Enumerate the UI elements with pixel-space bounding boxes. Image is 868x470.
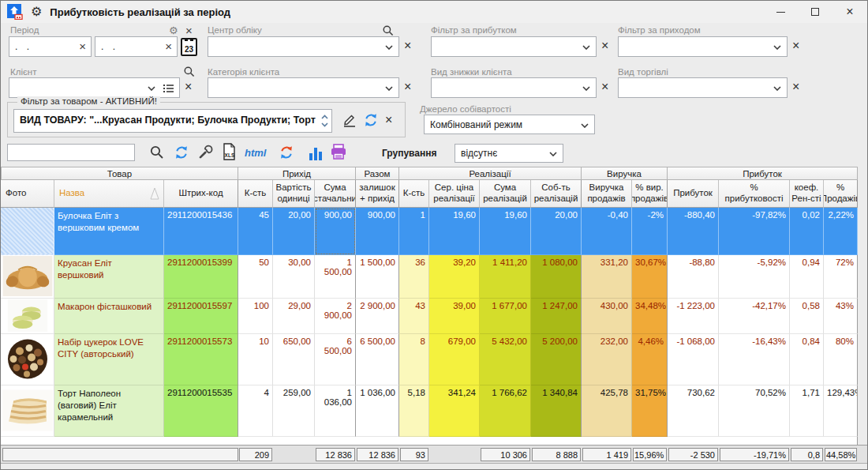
value-cell[interactable]: 30,67%: [632, 255, 668, 299]
value-cell[interactable]: 19,60: [429, 208, 480, 255]
value-cell[interactable]: -1 068,00: [668, 334, 719, 385]
column-group-header[interactable]: Реалізації: [399, 167, 582, 180]
value-cell[interactable]: 259,00: [273, 385, 315, 437]
period-settings-gear-icon[interactable]: ⚙: [169, 25, 178, 36]
barcode-cell[interactable]: 2911200015597: [164, 299, 238, 334]
client-category-combo[interactable]: [208, 77, 399, 98]
value-cell[interactable]: 129,43%: [824, 385, 858, 437]
product-photo-cell[interactable]: [1, 299, 54, 334]
column-header[interactable]: Фото: [1, 180, 54, 208]
period-clear-icon[interactable]: ×: [185, 24, 193, 36]
value-cell[interactable]: 0,02: [790, 208, 824, 255]
date-to-clear-icon[interactable]: ×: [165, 40, 172, 52]
value-cell[interactable]: -0,40: [582, 208, 632, 255]
value-cell[interactable]: 34,48%: [632, 299, 668, 334]
value-cell[interactable]: 0,58: [790, 299, 824, 334]
value-cell[interactable]: 425,78: [582, 385, 632, 437]
product-photo-cell[interactable]: [1, 208, 54, 255]
value-cell[interactable]: -42,17%: [719, 299, 790, 334]
value-cell[interactable]: 20,00: [273, 208, 315, 255]
trade-type-clear-icon[interactable]: ×: [792, 81, 799, 93]
column-header[interactable]: % прибутковості: [719, 180, 790, 208]
value-cell[interactable]: 1 500,00: [356, 255, 399, 299]
value-cell[interactable]: 0,94: [790, 255, 824, 299]
minimize-button[interactable]: [763, 2, 798, 22]
value-cell[interactable]: 430,00: [582, 299, 632, 334]
accounting-center-search-icon[interactable]: [382, 24, 395, 37]
value-cell[interactable]: 900,00: [356, 208, 399, 255]
column-group-header[interactable]: Товар: [1, 167, 238, 180]
value-cell[interactable]: 30,00: [273, 255, 315, 299]
date-from-clear-icon[interactable]: ×: [79, 40, 86, 52]
reload-data-icon[interactable]: [279, 145, 294, 160]
client-combo[interactable]: [9, 77, 180, 98]
date-to-input[interactable]: . . ×: [95, 36, 178, 57]
value-cell[interactable]: 29,00: [273, 299, 315, 334]
maximize-button[interactable]: [798, 2, 832, 22]
value-cell[interactable]: 1 036,00: [356, 385, 399, 437]
date-from-input[interactable]: . . ×: [9, 36, 92, 57]
value-cell[interactable]: 4,46%: [632, 334, 668, 385]
value-cell[interactable]: 232,00: [582, 334, 632, 385]
table-row[interactable]: Круасан Еліт вершковий29112000153995030,…: [1, 255, 858, 299]
value-cell[interactable]: -1 223,00: [668, 299, 719, 334]
value-cell[interactable]: 6 500,00: [315, 334, 356, 385]
column-header[interactable]: К-сть: [238, 180, 273, 208]
spinner-icon[interactable]: [321, 115, 328, 127]
column-header[interactable]: Штрих-код: [164, 180, 238, 208]
column-group-header[interactable]: Прибуток: [668, 167, 858, 180]
product-name-cell[interactable]: Набір цукерок LOVE CITY (авторський): [54, 334, 164, 385]
value-cell[interactable]: 2,22%: [824, 208, 858, 255]
column-header[interactable]: К-сть: [399, 180, 429, 208]
value-cell[interactable]: 1 340,84: [531, 385, 582, 437]
value-cell[interactable]: 70,52%: [719, 385, 790, 437]
column-header[interactable]: % Продажів: [824, 180, 858, 208]
value-cell[interactable]: 1 080,00: [531, 255, 582, 299]
value-cell[interactable]: -5,92%: [719, 255, 790, 299]
profit-filter-combo[interactable]: [431, 36, 597, 57]
value-cell[interactable]: 43: [399, 299, 429, 334]
column-header[interactable]: Сума стачальни: [315, 180, 356, 208]
value-cell[interactable]: 900,00: [315, 208, 356, 255]
export-xls-icon[interactable]: XLS: [222, 143, 236, 160]
column-header[interactable]: Прибуток: [668, 180, 719, 208]
income-filter-combo[interactable]: [618, 36, 788, 57]
column-header[interactable]: Виручка продажів: [582, 180, 632, 208]
product-photo-cell[interactable]: [1, 334, 54, 385]
table-row[interactable]: Торт Наполеон (ваговий) Еліт карамельний…: [1, 385, 858, 437]
product-filter-input[interactable]: ВИД ТОВАРУ: "...Круасан Продукти; Булочк…: [13, 109, 332, 133]
column-group-header[interactable]: Виручка: [582, 167, 668, 180]
product-photo-cell[interactable]: [1, 255, 54, 299]
product-filter-clear-icon[interactable]: ×: [385, 114, 392, 126]
value-cell[interactable]: 341,24: [429, 385, 480, 437]
value-cell[interactable]: 5 200,00: [531, 334, 582, 385]
value-cell[interactable]: 8: [399, 334, 429, 385]
print-icon[interactable]: [330, 144, 347, 160]
value-cell[interactable]: 80%: [824, 334, 858, 385]
value-cell[interactable]: 72%: [824, 255, 858, 299]
column-header[interactable]: Соб-ть реалізацій: [531, 180, 582, 208]
client-search-icon[interactable]: [183, 66, 196, 78]
search-input[interactable]: [7, 144, 135, 161]
settings-gear-icon[interactable]: ⚙: [31, 6, 42, 18]
value-cell[interactable]: -97,82%: [719, 208, 790, 255]
column-group-header[interactable]: Разом: [356, 167, 399, 180]
value-cell[interactable]: 2 900,00: [315, 299, 356, 334]
barcode-cell[interactable]: 2911200015535: [164, 385, 238, 437]
product-name-cell[interactable]: Макарон фісташковий: [54, 299, 164, 334]
value-cell[interactable]: 650,00: [273, 334, 315, 385]
accounting-center-clear-icon[interactable]: ×: [404, 39, 411, 52]
table-row[interactable]: Булочка Еліт з вершковим кремом291120001…: [1, 208, 858, 255]
column-header[interactable]: Сер. ціна реалізації: [429, 180, 480, 208]
value-cell[interactable]: 39,00: [429, 299, 480, 334]
profit-filter-clear-icon[interactable]: ×: [601, 39, 608, 52]
refresh-icon[interactable]: [174, 145, 189, 160]
discount-type-clear-icon[interactable]: ×: [601, 81, 608, 93]
product-photo-cell[interactable]: [1, 385, 54, 437]
select-from-list-icon[interactable]: [163, 84, 174, 93]
value-cell[interactable]: 2 900,00: [356, 299, 399, 334]
value-cell[interactable]: 31,75%: [632, 385, 668, 437]
table-row[interactable]: Макарон фісташковий291120001559710029,00…: [1, 299, 858, 334]
value-cell[interactable]: 43%: [824, 299, 858, 334]
cost-source-combo[interactable]: Комбінований режим: [424, 115, 595, 134]
